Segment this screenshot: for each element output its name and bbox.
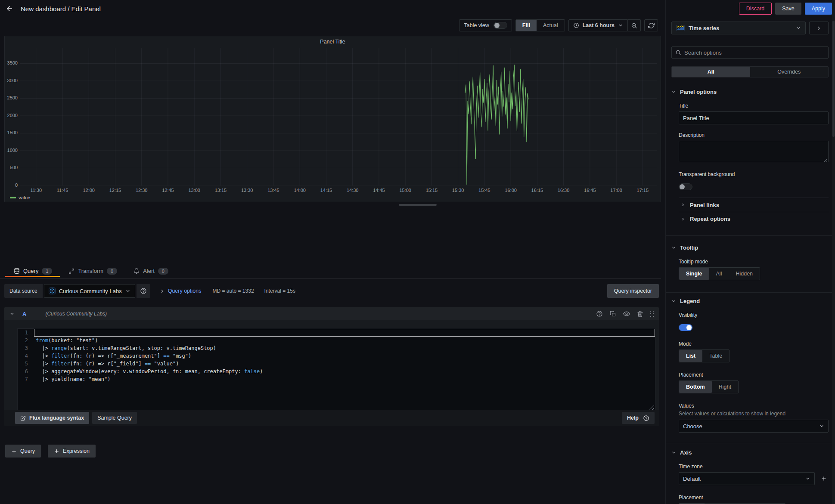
series-color-swatch — [10, 197, 16, 198]
options-scrollbar[interactable] — [832, 0, 835, 504]
refresh-icon — [648, 22, 655, 29]
refresh-button[interactable] — [644, 19, 658, 31]
x-axis-tick-label: 15:15 — [422, 188, 441, 193]
clock-icon — [573, 22, 579, 28]
legend-mode-list[interactable]: List — [679, 350, 702, 362]
delete-query-trash-icon[interactable] — [637, 311, 643, 317]
tab-query[interactable]: Query 1 — [5, 263, 60, 278]
bell-icon — [133, 268, 140, 274]
section-title: Tooltip — [680, 244, 698, 251]
add-query-button[interactable]: Query — [5, 445, 41, 458]
back-button[interactable] — [0, 0, 19, 17]
time-range-label: Last 6 hours — [583, 22, 615, 28]
help-label: Help — [627, 415, 639, 421]
code-line[interactable]: 4 |> filter(fn: (r) => r["_measurement"]… — [18, 352, 655, 360]
x-axis-tick-label: 14:15 — [317, 188, 335, 193]
section-title: Panel options — [680, 89, 717, 95]
x-axis-tick-label: 15:45 — [475, 188, 494, 193]
section-axis[interactable]: Axis — [671, 449, 829, 456]
x-axis-tick-label: 11:30 — [27, 188, 46, 193]
zoom-out-button[interactable] — [628, 19, 641, 31]
flux-code-editor[interactable]: 12from(bucket: "test")3 |> range(start: … — [17, 328, 655, 411]
tab-overrides[interactable]: Overrides — [750, 67, 829, 77]
query-editor-footer: Flux language syntax Sample Query Help — [4, 410, 659, 426]
tooltip-mode-single[interactable]: Single — [679, 268, 709, 280]
x-axis-tick-label: 16:30 — [554, 188, 573, 193]
panel-title-input[interactable] — [679, 111, 829, 124]
legend: value — [10, 195, 31, 200]
duplicate-query-icon[interactable] — [610, 311, 616, 317]
query-actions — [596, 310, 654, 317]
tab-transform[interactable]: Transform 0 — [60, 263, 125, 278]
query-help-icon[interactable] — [596, 310, 603, 317]
tab-alert[interactable]: Alert 0 — [125, 263, 176, 278]
influxdb-datasource-icon — [49, 288, 56, 294]
flux-syntax-button[interactable]: Flux language syntax — [15, 412, 89, 424]
transparent-background-toggle[interactable] — [679, 183, 692, 190]
x-axis-tick-label: 15:00 — [396, 188, 415, 193]
query-options-label: Query options — [168, 288, 202, 294]
section-legend[interactable]: Legend — [671, 298, 829, 304]
query-inspector-button[interactable]: Query inspector — [607, 284, 659, 298]
table-view-control: Table view — [459, 19, 512, 31]
code-line[interactable]: 6 |> aggregateWindow(every: v.windowPeri… — [18, 368, 655, 375]
code-line[interactable]: 3 |> range(start: v.timeRangeStart, stop… — [18, 344, 655, 352]
query-options-toggle[interactable]: Query options — [160, 288, 202, 294]
y-axis-tick-label: 2500 — [5, 95, 18, 100]
query-editor: A (Curious Community Labs) — [4, 307, 659, 426]
chevron-down-icon — [805, 476, 810, 481]
timezone-select[interactable]: Default — [679, 472, 815, 485]
tooltip-mode-hidden[interactable]: Hidden — [729, 268, 760, 280]
code-line[interactable]: 2from(bucket: "test") — [18, 337, 655, 344]
add-expression-label: Expression — [63, 448, 90, 454]
y-axis-tick-label: 3000 — [5, 78, 18, 83]
actual-option[interactable]: Actual — [537, 20, 565, 31]
options-search — [671, 46, 829, 59]
tooltip-mode-segmented: Single All Hidden — [679, 267, 760, 280]
legend-visibility-toggle[interactable] — [679, 324, 692, 331]
chevron-down-icon[interactable] — [9, 311, 15, 316]
options-search-input[interactable] — [684, 49, 825, 56]
time-range-picker[interactable]: Last 6 hours — [568, 19, 628, 31]
visualization-picker[interactable]: Time series — [671, 22, 806, 34]
chevron-down-icon — [671, 90, 676, 94]
tooltip-mode-all[interactable]: All — [709, 268, 729, 280]
legend-mode-table[interactable]: Table — [702, 350, 729, 362]
datasource-picker[interactable]: Curious Community Labs — [44, 284, 135, 298]
query-count-badge: 1 — [42, 268, 52, 275]
time-series-plot[interactable] — [20, 48, 657, 186]
legend-values-select[interactable]: Choose — [679, 420, 829, 433]
sample-query-button[interactable]: Sample Query — [92, 412, 137, 424]
grafana-edit-panel: New dashboard / Edit Panel Discard Save … — [0, 0, 835, 504]
add-timezone-button[interactable] — [819, 474, 829, 483]
flux-syntax-label: Flux language syntax — [29, 415, 84, 421]
legend-placement-right[interactable]: Right — [712, 381, 738, 393]
section-tooltip[interactable]: Tooltip — [671, 244, 829, 251]
add-expression-button[interactable]: Expression — [48, 445, 96, 458]
disable-query-eye-icon[interactable] — [623, 310, 630, 317]
panel-links-row[interactable]: Panel links — [679, 198, 829, 212]
fill-option[interactable]: Fill — [516, 20, 537, 31]
table-view-toggle[interactable] — [494, 22, 507, 29]
timezone-label: Time zone — [679, 464, 829, 470]
query-editor-header[interactable]: A (Curious Community Labs) — [4, 307, 659, 320]
plus-icon — [11, 448, 17, 454]
help-button[interactable]: Help — [622, 412, 655, 424]
code-line[interactable]: 1 — [18, 329, 655, 337]
drag-handle-icon[interactable] — [650, 311, 654, 317]
legend-placement-bottom[interactable]: Bottom — [679, 381, 712, 393]
pane-resize-handle[interactable] — [399, 204, 437, 206]
chevron-down-icon — [671, 299, 676, 303]
code-line[interactable]: 5 |> filter(fn: (r) => r["_field"] == "v… — [18, 360, 655, 368]
section-panel-options[interactable]: Panel options — [671, 89, 829, 95]
repeat-options-row[interactable]: Repeat options — [679, 212, 829, 226]
x-axis-tick-label: 16:00 — [501, 188, 520, 193]
tab-all-options[interactable]: All — [672, 67, 750, 77]
collapse-options-pane-button[interactable] — [809, 22, 829, 34]
description-textarea[interactable] — [679, 141, 829, 162]
x-axis-tick-label: 14:00 — [290, 188, 309, 193]
series-legend-label[interactable]: value — [19, 195, 31, 200]
datasource-help-button[interactable] — [137, 284, 150, 298]
x-axis-tick-label: 16:15 — [528, 188, 546, 193]
code-line[interactable]: 7 |> yield(name: "mean") — [18, 375, 655, 383]
